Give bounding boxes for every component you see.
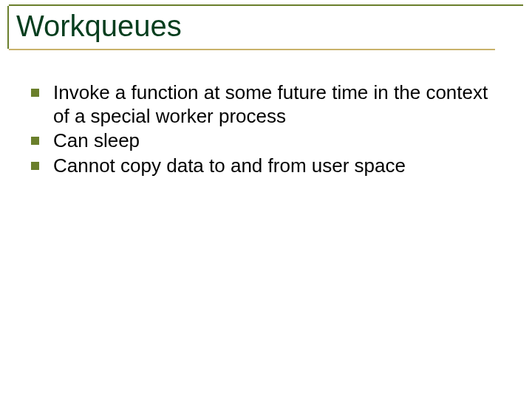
bullet-text: Cannot copy data to and from user space [53,154,406,177]
title-area: Workqueues [7,4,525,50]
list-item: Invoke a function at some future time in… [28,81,501,128]
slide: Workqueues Invoke a function at some fut… [0,0,532,399]
bullet-text: Can sleep [53,129,140,151]
list-item: Cannot copy data to and from user space [28,154,501,178]
slide-title: Workqueues [16,9,525,43]
bullet-text: Invoke a function at some future time in… [53,81,488,127]
bullet-list: Invoke a function at some future time in… [28,81,501,178]
title-rule-bottom-wrap [7,49,525,50]
title-rule-bottom [9,49,495,50]
title-box: Workqueues [7,6,525,49]
body-area: Invoke a function at some future time in… [28,81,501,180]
list-item: Can sleep [28,129,501,153]
